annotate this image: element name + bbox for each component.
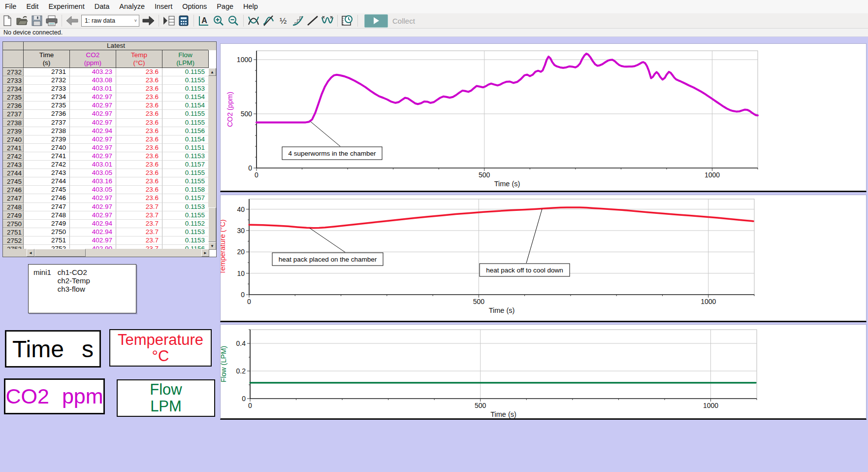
data-cell[interactable]: 2736 [24, 110, 70, 118]
menu-item-analyze[interactable]: Analyze [114, 0, 150, 13]
data-cell[interactable]: 23.7 [116, 228, 162, 236]
data-cell[interactable]: 403.05 [70, 186, 116, 194]
vertical-scrollbar[interactable]: ▲ ▼ [208, 68, 216, 250]
print-icon[interactable] [45, 14, 58, 27]
data-cell[interactable]: 0.1154 [162, 101, 209, 110]
data-cell[interactable]: 23.6 [116, 161, 162, 169]
data-table-icon[interactable] [162, 14, 175, 27]
data-cell[interactable]: 2742 [24, 161, 70, 169]
table-row[interactable]: 2748 2747 402.97 23.7 0.1153 [3, 203, 209, 211]
data-cell[interactable]: 23.6 [116, 152, 162, 161]
column-header-temp[interactable]: Temp(°C) [116, 50, 162, 68]
data-cell[interactable]: 23.6 [116, 68, 162, 76]
data-cell[interactable]: 2743 [24, 169, 70, 177]
data-collection-setup-icon[interactable] [341, 14, 354, 27]
table-row[interactable]: 2739 2738 402.94 23.6 0.1156 [3, 127, 209, 135]
data-cell[interactable]: 2738 [24, 127, 70, 135]
data-cell[interactable]: 402.94 [70, 220, 116, 228]
time-label-box[interactable]: Time s [5, 330, 101, 368]
data-cell[interactable]: 0.1155 [162, 76, 209, 85]
new-file-icon[interactable] [1, 14, 14, 27]
data-cell[interactable]: 23.6 [116, 186, 162, 194]
data-cell[interactable]: 2735 [24, 101, 70, 110]
data-cell[interactable]: 0.1157 [162, 161, 209, 169]
data-cell[interactable]: 2731 [24, 68, 70, 76]
data-cell[interactable]: 2734 [24, 93, 70, 101]
data-cell[interactable]: 23.6 [116, 119, 162, 127]
data-cell[interactable]: 23.7 [116, 220, 162, 228]
data-cell[interactable]: 23.6 [116, 135, 162, 144]
data-cell[interactable]: 402.94 [70, 127, 116, 135]
data-cell[interactable]: 2740 [24, 144, 70, 152]
data-cell[interactable]: 402.97 [70, 119, 116, 127]
scroll-right-button[interactable]: ► [201, 249, 209, 257]
data-cell[interactable]: 403.01 [70, 85, 116, 93]
data-cell[interactable]: 23.6 [116, 93, 162, 101]
table-row[interactable]: 2738 2737 402.97 23.6 0.1155 [3, 119, 209, 127]
data-cell[interactable]: 0.1154 [162, 135, 209, 144]
flow-graph-panel[interactable]: 0500100000.20.4Time (s)Flow (LPM) [220, 324, 867, 420]
flow-label-box[interactable]: Flow LPM [117, 379, 215, 417]
temperature-graph-panel[interactable]: 05001000010203040Time (s)Temperature (°C… [220, 195, 867, 322]
data-table[interactable]: Latest Time(s) CO2(ppm) Temp(°C) Flow(LP… [2, 41, 217, 257]
data-cell[interactable]: 2749 [24, 220, 70, 228]
data-cell[interactable]: 2733 [24, 85, 70, 93]
table-row[interactable]: 2744 2743 403.05 23.6 0.1155 [3, 169, 209, 177]
table-row[interactable]: 2735 2734 402.97 23.6 0.1154 [3, 93, 209, 101]
column-header-flow[interactable]: Flow(LPM) [162, 50, 209, 68]
menu-item-data[interactable]: Data [90, 0, 115, 13]
fft-icon[interactable]: ½ [277, 14, 289, 27]
data-cell[interactable]: 2741 [24, 152, 70, 161]
data-cell[interactable]: 402.97 [70, 236, 116, 245]
data-cell[interactable]: 0.1155 [162, 169, 209, 177]
table-row[interactable]: 2745 2744 403.16 23.6 0.1155 [3, 177, 209, 186]
data-cell[interactable]: 0.1151 [162, 144, 209, 152]
table-row[interactable]: 2750 2749 402.94 23.7 0.1152 [3, 220, 209, 228]
data-cell[interactable]: 23.7 [116, 236, 162, 245]
scroll-up-button[interactable]: ▲ [208, 68, 216, 76]
data-cell[interactable]: 403.01 [70, 161, 116, 169]
data-cell[interactable]: 0.1155 [162, 211, 209, 220]
data-cell[interactable]: 2746 [24, 194, 70, 202]
data-cell[interactable]: 23.6 [116, 177, 162, 186]
data-cell[interactable]: 0.1153 [162, 236, 209, 245]
data-cell[interactable]: 0.1155 [162, 110, 209, 118]
data-cell[interactable]: 402.97 [70, 211, 116, 220]
sensor-notes-box[interactable]: mini1 ch1-CO2ch2-Tempch3-flow [28, 264, 136, 313]
collect-button[interactable]: Collect [364, 14, 415, 28]
table-row[interactable]: 2743 2742 403.01 23.6 0.1157 [3, 161, 209, 169]
menu-item-experiment[interactable]: Experiment [43, 0, 89, 13]
zoom-in-icon[interactable] [212, 14, 225, 27]
data-cell[interactable]: 0.1153 [162, 203, 209, 211]
data-cell[interactable]: 23.6 [116, 169, 162, 177]
curve-fit-icon[interactable] [291, 14, 304, 27]
menu-item-file[interactable]: File [0, 0, 21, 13]
menu-item-insert[interactable]: Insert [150, 0, 177, 13]
data-cell[interactable]: 23.6 [116, 194, 162, 202]
menu-item-help[interactable]: Help [238, 0, 263, 13]
data-cell[interactable]: 403.05 [70, 169, 116, 177]
menu-item-options[interactable]: Options [177, 0, 212, 13]
horizontal-scroll-thumb[interactable] [34, 249, 86, 257]
data-cell[interactable]: 0.1155 [162, 177, 209, 186]
column-header-co2[interactable]: CO2(ppm) [70, 50, 116, 68]
data-cell[interactable]: 2747 [24, 203, 70, 211]
temperature-label-box[interactable]: Temperature °C [109, 329, 212, 367]
data-cell[interactable]: 23.6 [116, 127, 162, 135]
data-cell[interactable]: 402.97 [70, 203, 116, 211]
co2-graph-panel[interactable]: 0500100005001000Time (s)CO2 (ppm)4 super… [220, 43, 867, 192]
data-cell[interactable]: 23.6 [116, 110, 162, 118]
data-cell[interactable]: 23.6 [116, 76, 162, 85]
table-row[interactable]: 2746 2745 403.05 23.6 0.1158 [3, 186, 209, 194]
data-cell[interactable]: 0.1153 [162, 228, 209, 236]
table-row[interactable]: 2747 2746 402.97 23.6 0.1157 [3, 194, 209, 202]
statistics-icon[interactable] [321, 14, 334, 27]
table-row[interactable]: 2732 2731 403.23 23.6 0.1155 [3, 68, 209, 76]
data-cell[interactable]: 403.08 [70, 76, 116, 85]
linear-fit-icon[interactable] [306, 14, 319, 27]
data-cell[interactable]: 0.1153 [162, 152, 209, 161]
table-row[interactable]: 2734 2733 403.01 23.6 0.1153 [3, 85, 209, 93]
save-icon[interactable] [31, 14, 43, 27]
data-cell[interactable]: 2744 [24, 177, 70, 186]
table-row[interactable]: 2737 2736 402.97 23.6 0.1155 [3, 110, 209, 118]
